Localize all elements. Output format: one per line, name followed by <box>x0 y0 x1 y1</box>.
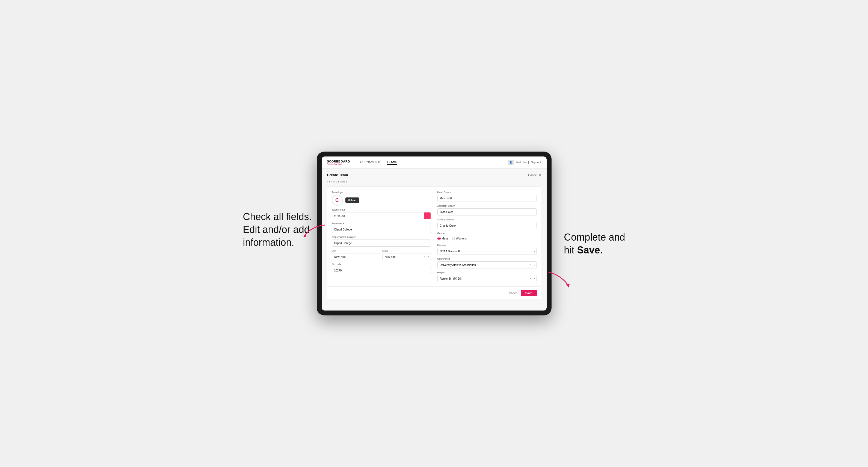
division-field: Division NCAA Division III ▾ <box>437 244 536 255</box>
user-label: Test User | <box>516 161 529 164</box>
user-avatar: 👤 <box>508 160 514 165</box>
team-colour-field: Team colour <box>332 208 431 219</box>
annotation-left: Check all fields. Edit and/or add inform… <box>243 211 312 249</box>
region-clear-icon[interactable]: ✕ <box>529 277 532 280</box>
division-select-wrapper: NCAA Division III ▾ <box>437 248 536 255</box>
gender-mens-option[interactable]: Mens <box>437 237 448 240</box>
athletic-dir-input[interactable] <box>437 222 536 229</box>
conference-clear-icon[interactable]: ✕ <box>529 263 532 266</box>
zip-input[interactable] <box>332 267 431 274</box>
form-footer: Cancel Save <box>327 287 541 299</box>
colour-input[interactable] <box>332 212 424 219</box>
form-right: Head Coach Assistant Coach Athletic Dire… <box>437 191 536 282</box>
region-field: Region Region II - (M) DIII ✕ ▾ <box>437 271 536 282</box>
arrow-right <box>546 271 571 287</box>
gender-womens-option[interactable]: Womens <box>452 237 467 240</box>
team-logo-label: Team logo <box>332 191 431 194</box>
colour-swatch[interactable] <box>424 212 431 219</box>
nav-right: 👤 Test User | Sign out <box>508 160 541 165</box>
tablet-screen: SCOREBOARD Powered by clippi TOURNAMENTS… <box>322 156 547 311</box>
annotation-right: Complete and hit Save. <box>564 231 625 257</box>
section-label: TEAM DETAILS <box>327 180 541 183</box>
region-select-wrapper: Region II - (M) DIII ✕ ▾ <box>437 275 536 282</box>
logo-circle: C <box>332 195 343 206</box>
division-select[interactable]: NCAA Division III <box>437 248 536 255</box>
team-logo-field: Team logo C Upload <box>332 191 431 206</box>
team-name-input[interactable] <box>332 226 431 233</box>
arrow-left <box>303 224 328 237</box>
asst-coach-input[interactable] <box>437 208 536 216</box>
display-name-label: Display name (unique) <box>332 236 431 239</box>
nav-tournaments[interactable]: TOURNAMENTS <box>358 160 381 165</box>
state-clear-icon[interactable]: ✕ <box>424 255 426 258</box>
display-name-field: Display name (unique) <box>332 236 431 247</box>
tablet-device: SCOREBOARD Powered by clippi TOURNAMENTS… <box>317 152 552 315</box>
team-colour-label: Team colour <box>332 208 431 211</box>
athletic-dir-field: Athletic Director <box>437 218 536 229</box>
display-name-input[interactable] <box>332 240 431 247</box>
signout-link[interactable]: Sign out <box>531 161 541 164</box>
zip-field: Zip code <box>332 263 431 274</box>
division-label: Division <box>437 244 536 247</box>
gender-field: Gender Mens Womens <box>437 232 536 241</box>
page-header: Create Team Cancel ✕ <box>327 173 541 177</box>
athletic-dir-label: Athletic Director <box>437 218 536 221</box>
main-content: Create Team Cancel ✕ TEAM DETAILS <box>322 168 547 311</box>
save-button[interactable]: Save <box>521 290 537 296</box>
form-container: Team logo C Upload Team colo <box>327 186 541 287</box>
city-input[interactable] <box>332 253 380 260</box>
page-title: Create Team <box>327 173 348 177</box>
gender-label: Gender <box>437 232 536 235</box>
cancel-button[interactable]: Cancel <box>509 291 518 295</box>
city-state-row: City State New York <box>332 249 431 260</box>
region-select[interactable]: Region II - (M) DIII <box>437 275 536 282</box>
svg-marker-1 <box>566 284 569 287</box>
conference-select-wrapper: University Athletic Association ✕ ▾ <box>437 261 536 269</box>
mens-radio[interactable] <box>437 237 441 240</box>
state-select-wrapper: New York ✕ ▾ <box>382 253 431 260</box>
nav-teams[interactable]: TEAMS <box>387 160 398 165</box>
header-cancel[interactable]: Cancel ✕ <box>528 173 541 177</box>
gender-radio-group: Mens Womens <box>437 236 536 241</box>
page-wrapper: Check all fields. Edit and/or add inform… <box>243 152 625 315</box>
nav-links: TOURNAMENTS TEAMS <box>358 160 508 165</box>
city-state-field: City State New York <box>332 249 431 260</box>
city-field: City <box>332 249 380 260</box>
upload-button[interactable]: Upload <box>345 197 359 203</box>
region-label: Region <box>437 271 536 274</box>
head-coach-label: Head Coach <box>437 191 536 194</box>
head-coach-field: Head Coach <box>437 191 536 202</box>
form-left: Team logo C Upload Team colo <box>332 191 431 282</box>
state-field: State New York ✕ ▾ <box>382 249 431 260</box>
color-field-wrapper <box>332 212 431 219</box>
state-label: State <box>382 249 431 252</box>
asst-coach-field: Assistant Coach <box>437 205 536 216</box>
brand-title: SCOREBOARD <box>327 160 350 163</box>
city-label: City <box>332 249 380 252</box>
asst-coach-label: Assistant Coach <box>437 205 536 207</box>
head-coach-input[interactable] <box>437 195 536 202</box>
team-name-field: Team name <box>332 222 431 233</box>
brand-subtitle: Powered by clippi <box>327 163 350 165</box>
zip-label: Zip code <box>332 263 431 266</box>
navbar: SCOREBOARD Powered by clippi TOURNAMENTS… <box>322 156 547 168</box>
nav-brand: SCOREBOARD Powered by clippi <box>327 160 350 165</box>
womens-radio[interactable] <box>452 237 455 240</box>
conference-select[interactable]: University Athletic Association <box>437 261 536 269</box>
team-name-label: Team name <box>332 222 431 225</box>
logo-area: C Upload <box>332 195 431 206</box>
form-grid: Team logo C Upload Team colo <box>332 191 536 282</box>
conference-label: Conference <box>437 257 536 260</box>
conference-field: Conference University Athletic Associati… <box>437 257 536 269</box>
